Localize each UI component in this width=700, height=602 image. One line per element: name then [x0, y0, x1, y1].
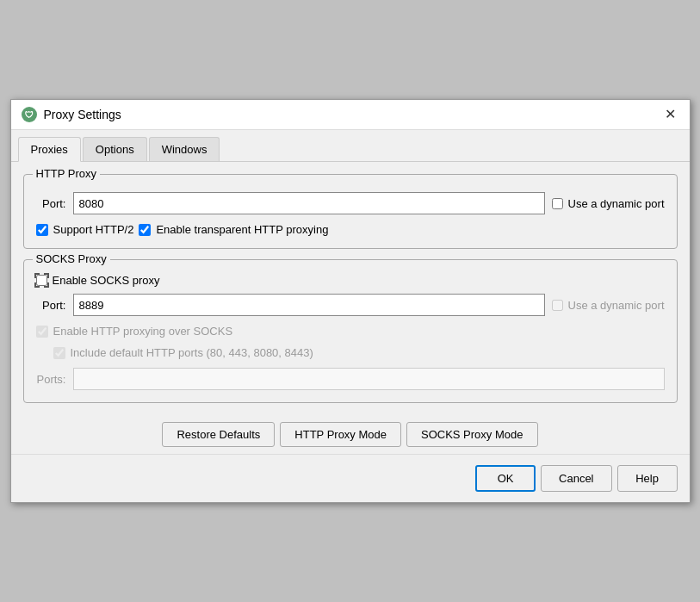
http-proxy-group: HTTP Proxy Port: Use a dynamic port Supp…: [23, 174, 678, 249]
socks-proxy-group-label: SOCKS Proxy: [33, 252, 110, 265]
socks-ports-input[interactable]: [73, 368, 665, 390]
tab-windows[interactable]: Windows: [149, 137, 220, 161]
http-dynamic-port-checkbox[interactable]: [552, 198, 563, 209]
title-bar-left: 🛡 Proxy Settings: [22, 107, 121, 122]
proxy-settings-window: 🛡 Proxy Settings ✕ Proxies Options Windo…: [10, 99, 691, 503]
http-proxy-group-label: HTTP Proxy: [33, 167, 101, 180]
http-port-input[interactable]: [73, 192, 545, 214]
socks-ports-row: Ports:: [36, 368, 665, 390]
restore-defaults-button[interactable]: Restore Defaults: [162, 422, 275, 447]
socks-proxy-group: SOCKS Proxy Enable SOCKS proxy Port: Use…: [23, 259, 678, 403]
ok-button[interactable]: OK: [475, 465, 536, 492]
cancel-button[interactable]: Cancel: [541, 465, 611, 492]
support-http2-row: Support HTTP/2 Enable transparent HTTP p…: [36, 223, 665, 236]
tab-bar: Proxies Options Windows: [11, 130, 690, 162]
app-icon: 🛡: [22, 107, 37, 122]
enable-socks-checkbox[interactable]: [36, 275, 47, 286]
http-port-label: Port:: [36, 197, 66, 210]
http-dynamic-port-row: Use a dynamic port: [552, 197, 665, 210]
socks-dynamic-port-label: Use a dynamic port: [568, 299, 665, 312]
http-port-row: Port: Use a dynamic port: [36, 192, 665, 214]
socks-port-input[interactable]: [73, 294, 545, 316]
http-over-socks-label: Enable HTTP proxying over SOCKS: [53, 325, 233, 338]
include-default-ports-row: Include default HTTP ports (80, 443, 808…: [36, 346, 665, 359]
include-default-ports-label: Include default HTTP ports (80, 443, 808…: [71, 346, 313, 359]
enable-transparent-label: Enable transparent HTTP proxying: [156, 223, 328, 236]
http-proxy-mode-button[interactable]: HTTP Proxy Mode: [280, 422, 401, 447]
help-button[interactable]: Help: [617, 465, 678, 492]
support-http2-label: Support HTTP/2: [53, 223, 134, 236]
enable-socks-label: Enable SOCKS proxy: [53, 274, 160, 287]
bottom-buttons: Restore Defaults HTTP Proxy Mode SOCKS P…: [11, 415, 690, 454]
support-http2-checkbox[interactable]: [36, 224, 48, 236]
tab-content: HTTP Proxy Port: Use a dynamic port Supp…: [11, 162, 690, 415]
socks-dynamic-port-row: Use a dynamic port: [552, 299, 665, 312]
http-dynamic-port-label: Use a dynamic port: [568, 197, 665, 210]
socks-ports-label: Ports:: [36, 373, 66, 386]
title-bar: 🛡 Proxy Settings ✕: [11, 100, 690, 130]
socks-dynamic-port-checkbox[interactable]: [552, 300, 563, 311]
include-default-ports-checkbox[interactable]: [53, 347, 65, 359]
enable-socks-row: Enable SOCKS proxy: [36, 274, 665, 287]
enable-transparent-checkbox[interactable]: [139, 224, 151, 236]
tab-proxies[interactable]: Proxies: [18, 137, 81, 162]
tab-options[interactable]: Options: [83, 137, 147, 161]
socks-port-label: Port:: [36, 299, 66, 312]
dialog-buttons: OK Cancel Help: [11, 454, 690, 502]
socks-port-row: Port: Use a dynamic port: [36, 294, 665, 316]
window-title: Proxy Settings: [44, 108, 121, 121]
socks-proxy-mode-button[interactable]: SOCKS Proxy Mode: [406, 422, 538, 447]
close-button[interactable]: ✕: [661, 108, 679, 121]
http-over-socks-row: Enable HTTP proxying over SOCKS: [36, 325, 665, 338]
http-over-socks-checkbox[interactable]: [36, 326, 48, 338]
